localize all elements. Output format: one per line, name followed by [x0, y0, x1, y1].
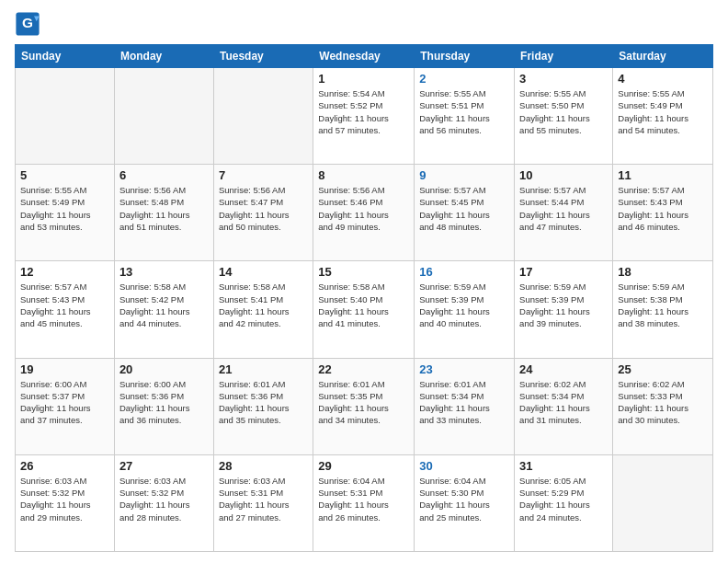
calendar-cell: 24Sunrise: 6:02 AM Sunset: 5:34 PM Dayli…: [515, 358, 613, 454]
calendar-header-saturday: Saturday: [613, 45, 713, 68]
calendar-cell: 12Sunrise: 5:57 AM Sunset: 5:43 PM Dayli…: [16, 261, 115, 358]
svg-text:G: G: [22, 15, 33, 30]
calendar-cell: [16, 68, 115, 165]
day-info: Sunrise: 6:04 AM Sunset: 5:31 PM Dayligh…: [318, 475, 409, 523]
calendar-cell: 27Sunrise: 6:03 AM Sunset: 5:32 PM Dayli…: [114, 454, 213, 551]
day-info: Sunrise: 5:56 AM Sunset: 5:48 PM Dayligh…: [119, 184, 209, 233]
calendar-week-4: 19Sunrise: 6:00 AM Sunset: 5:37 PM Dayli…: [16, 358, 713, 454]
day-info: Sunrise: 6:04 AM Sunset: 5:30 PM Dayligh…: [419, 475, 509, 523]
day-number: 15: [318, 265, 409, 279]
calendar-cell: 20Sunrise: 6:00 AM Sunset: 5:36 PM Dayli…: [114, 358, 213, 454]
calendar-cell: 28Sunrise: 6:03 AM Sunset: 5:31 PM Dayli…: [213, 454, 313, 551]
calendar-cell: 3Sunrise: 5:55 AM Sunset: 5:50 PM Daylig…: [515, 68, 613, 165]
day-info: Sunrise: 5:57 AM Sunset: 5:45 PM Dayligh…: [419, 184, 509, 233]
day-number: 8: [318, 168, 409, 182]
day-number: 6: [119, 168, 209, 182]
day-info: Sunrise: 6:02 AM Sunset: 5:34 PM Dayligh…: [519, 378, 608, 427]
calendar-cell: 4Sunrise: 5:55 AM Sunset: 5:49 PM Daylig…: [613, 68, 713, 165]
calendar-cell: 17Sunrise: 5:59 AM Sunset: 5:39 PM Dayli…: [515, 261, 613, 358]
day-number: 9: [419, 168, 509, 182]
calendar-header-friday: Friday: [515, 45, 613, 68]
header: G: [15, 11, 713, 37]
day-number: 14: [219, 265, 308, 279]
calendar-cell: 7Sunrise: 5:56 AM Sunset: 5:47 PM Daylig…: [213, 165, 313, 261]
calendar-cell: 10Sunrise: 5:57 AM Sunset: 5:44 PM Dayli…: [515, 165, 613, 261]
logo: G: [15, 11, 42, 37]
day-info: Sunrise: 6:05 AM Sunset: 5:29 PM Dayligh…: [519, 475, 608, 523]
calendar-cell: 13Sunrise: 5:58 AM Sunset: 5:42 PM Dayli…: [114, 261, 213, 358]
day-info: Sunrise: 5:59 AM Sunset: 5:38 PM Dayligh…: [618, 281, 708, 329]
day-info: Sunrise: 6:03 AM Sunset: 5:31 PM Dayligh…: [219, 475, 308, 523]
calendar-header-monday: Monday: [114, 45, 213, 68]
day-info: Sunrise: 5:55 AM Sunset: 5:49 PM Dayligh…: [20, 184, 109, 233]
calendar-week-1: 1Sunrise: 5:54 AM Sunset: 5:52 PM Daylig…: [16, 68, 713, 165]
day-number: 30: [419, 459, 509, 473]
general-blue-icon: G: [15, 11, 40, 37]
day-info: Sunrise: 6:03 AM Sunset: 5:32 PM Dayligh…: [20, 475, 109, 523]
day-number: 22: [318, 362, 409, 376]
day-number: 7: [219, 168, 308, 182]
calendar-cell: 8Sunrise: 5:56 AM Sunset: 5:46 PM Daylig…: [313, 165, 415, 261]
day-number: 18: [618, 265, 708, 279]
day-number: 19: [20, 362, 109, 376]
day-info: Sunrise: 6:00 AM Sunset: 5:36 PM Dayligh…: [119, 378, 209, 427]
calendar-cell: 18Sunrise: 5:59 AM Sunset: 5:38 PM Dayli…: [613, 261, 713, 358]
day-info: Sunrise: 6:02 AM Sunset: 5:33 PM Dayligh…: [618, 378, 708, 427]
day-info: Sunrise: 5:58 AM Sunset: 5:42 PM Dayligh…: [119, 281, 209, 329]
day-number: 28: [219, 459, 308, 473]
day-number: 29: [318, 459, 409, 473]
day-number: 16: [419, 265, 509, 279]
calendar-cell: 14Sunrise: 5:58 AM Sunset: 5:41 PM Dayli…: [213, 261, 313, 358]
calendar-week-2: 5Sunrise: 5:55 AM Sunset: 5:49 PM Daylig…: [16, 165, 713, 261]
day-info: Sunrise: 5:55 AM Sunset: 5:50 PM Dayligh…: [519, 87, 608, 136]
day-number: 21: [219, 362, 308, 376]
day-number: 20: [119, 362, 209, 376]
day-info: Sunrise: 6:01 AM Sunset: 5:34 PM Dayligh…: [419, 378, 509, 427]
calendar-cell: 19Sunrise: 6:00 AM Sunset: 5:37 PM Dayli…: [16, 358, 115, 454]
day-info: Sunrise: 5:55 AM Sunset: 5:49 PM Dayligh…: [618, 87, 708, 136]
calendar-week-3: 12Sunrise: 5:57 AM Sunset: 5:43 PM Dayli…: [16, 261, 713, 358]
day-info: Sunrise: 5:54 AM Sunset: 5:52 PM Dayligh…: [318, 87, 409, 136]
calendar-header-sunday: Sunday: [16, 45, 115, 68]
day-number: 17: [519, 265, 608, 279]
calendar-cell: 9Sunrise: 5:57 AM Sunset: 5:45 PM Daylig…: [415, 165, 515, 261]
day-number: 4: [618, 72, 708, 86]
calendar: SundayMondayTuesdayWednesdayThursdayFrid…: [15, 44, 713, 552]
calendar-cell: 29Sunrise: 6:04 AM Sunset: 5:31 PM Dayli…: [313, 454, 415, 551]
day-info: Sunrise: 6:03 AM Sunset: 5:32 PM Dayligh…: [119, 475, 209, 523]
day-number: 5: [20, 168, 109, 182]
calendar-cell: 2Sunrise: 5:55 AM Sunset: 5:51 PM Daylig…: [415, 68, 515, 165]
calendar-cell: [613, 454, 713, 551]
calendar-cell: [114, 68, 213, 165]
calendar-week-5: 26Sunrise: 6:03 AM Sunset: 5:32 PM Dayli…: [16, 454, 713, 551]
day-number: 3: [519, 72, 608, 86]
day-number: 31: [519, 459, 608, 473]
day-number: 1: [318, 72, 409, 86]
day-info: Sunrise: 5:55 AM Sunset: 5:51 PM Dayligh…: [419, 87, 509, 136]
calendar-cell: 11Sunrise: 5:57 AM Sunset: 5:43 PM Dayli…: [613, 165, 713, 261]
calendar-cell: 25Sunrise: 6:02 AM Sunset: 5:33 PM Dayli…: [613, 358, 713, 454]
calendar-cell: 21Sunrise: 6:01 AM Sunset: 5:36 PM Dayli…: [213, 358, 313, 454]
day-number: 25: [618, 362, 708, 376]
calendar-cell: 15Sunrise: 5:58 AM Sunset: 5:40 PM Dayli…: [313, 261, 415, 358]
day-number: 12: [20, 265, 109, 279]
calendar-cell: [213, 68, 313, 165]
calendar-cell: 16Sunrise: 5:59 AM Sunset: 5:39 PM Dayli…: [415, 261, 515, 358]
day-info: Sunrise: 5:59 AM Sunset: 5:39 PM Dayligh…: [419, 281, 509, 329]
calendar-header-wednesday: Wednesday: [313, 45, 415, 68]
day-info: Sunrise: 6:01 AM Sunset: 5:35 PM Dayligh…: [318, 378, 409, 427]
day-info: Sunrise: 6:00 AM Sunset: 5:37 PM Dayligh…: [20, 378, 109, 427]
calendar-cell: 31Sunrise: 6:05 AM Sunset: 5:29 PM Dayli…: [515, 454, 613, 551]
day-info: Sunrise: 5:57 AM Sunset: 5:43 PM Dayligh…: [618, 184, 708, 233]
calendar-cell: 6Sunrise: 5:56 AM Sunset: 5:48 PM Daylig…: [114, 165, 213, 261]
logo-area: G: [15, 11, 42, 37]
day-info: Sunrise: 5:58 AM Sunset: 5:41 PM Dayligh…: [219, 281, 308, 329]
calendar-cell: 26Sunrise: 6:03 AM Sunset: 5:32 PM Dayli…: [16, 454, 115, 551]
day-number: 10: [519, 168, 608, 182]
calendar-cell: 22Sunrise: 6:01 AM Sunset: 5:35 PM Dayli…: [313, 358, 415, 454]
calendar-header-row: SundayMondayTuesdayWednesdayThursdayFrid…: [16, 45, 713, 68]
day-number: 26: [20, 459, 109, 473]
calendar-cell: 23Sunrise: 6:01 AM Sunset: 5:34 PM Dayli…: [415, 358, 515, 454]
calendar-cell: 1Sunrise: 5:54 AM Sunset: 5:52 PM Daylig…: [313, 68, 415, 165]
day-number: 13: [119, 265, 209, 279]
